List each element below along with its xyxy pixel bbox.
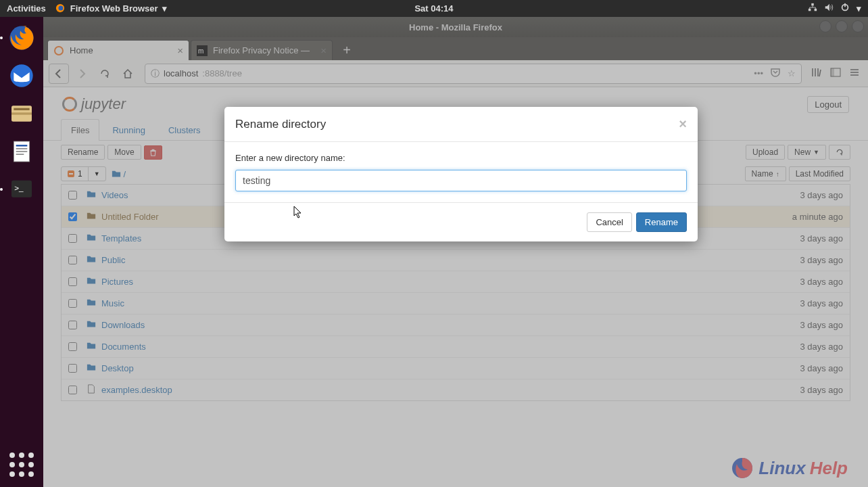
svg-rect-3 (809, 9, 811, 11)
chevron-down-icon[interactable]: ▾ (857, 3, 861, 14)
firefox-icon (55, 3, 66, 14)
svg-rect-16 (16, 154, 24, 155)
power-icon[interactable] (840, 3, 850, 14)
chevron-down-icon: ▾ (162, 3, 167, 14)
svg-text:>_: >_ (14, 183, 24, 192)
modal-prompt: Enter a new directory name: (235, 153, 687, 163)
dock-thunderbird[interactable] (5, 59, 39, 93)
dock-terminal[interactable]: >_ (5, 172, 39, 206)
svg-rect-13 (16, 145, 28, 147)
modal-overlay (43, 17, 868, 487)
directory-name-input[interactable] (235, 170, 687, 191)
svg-rect-2 (811, 3, 814, 6)
dock-files[interactable] (5, 97, 39, 131)
modal-close-icon[interactable]: × (679, 116, 687, 132)
svg-rect-15 (16, 151, 28, 152)
volume-icon[interactable] (824, 3, 834, 14)
activities-button[interactable]: Activities (7, 3, 46, 14)
svg-rect-6 (844, 3, 846, 7)
svg-rect-4 (815, 9, 817, 11)
clock[interactable]: Sat 04:14 (414, 3, 453, 14)
show-applications[interactable] (5, 448, 39, 482)
svg-rect-14 (16, 148, 28, 149)
rename-confirm-button[interactable]: Rename (636, 212, 687, 232)
gnome-topbar: Activities Firefox Web Browser ▾ Sat 04:… (0, 0, 868, 17)
app-menu[interactable]: Firefox Web Browser ▾ (55, 3, 167, 14)
cancel-button[interactable]: Cancel (587, 212, 631, 232)
rename-modal: Rename directory × Enter a new directory… (224, 107, 698, 241)
modal-title: Rename directory (235, 118, 326, 131)
svg-rect-11 (14, 108, 29, 110)
network-icon[interactable] (808, 3, 817, 14)
svg-rect-10 (11, 112, 32, 114)
dock-writer[interactable] (5, 135, 39, 168)
svg-point-1 (58, 5, 63, 10)
dock-firefox[interactable] (5, 21, 39, 55)
ubuntu-dock: >_ (0, 17, 43, 487)
